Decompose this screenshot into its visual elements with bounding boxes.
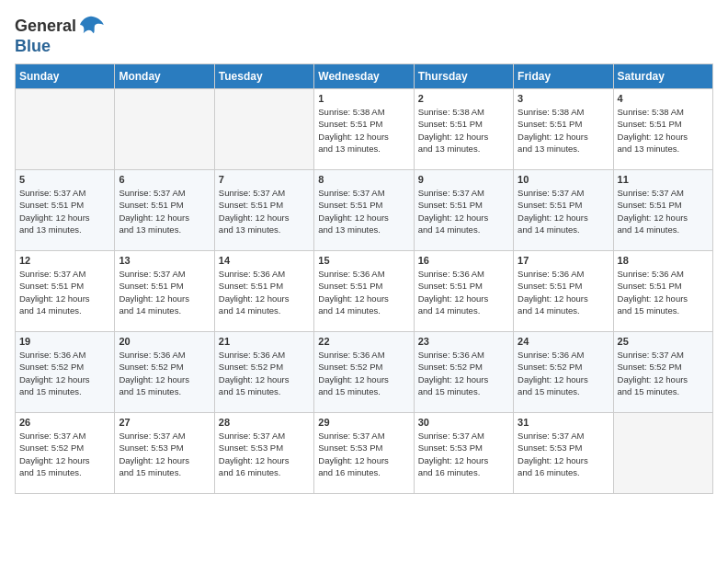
day-info: Sunrise: 5:37 AM Sunset: 5:53 PM Dayligh… <box>518 430 609 478</box>
day-number: 15 <box>318 255 409 266</box>
day-info: Sunrise: 5:36 AM Sunset: 5:52 PM Dayligh… <box>219 349 310 397</box>
day-info: Sunrise: 5:37 AM Sunset: 5:51 PM Dayligh… <box>19 268 110 316</box>
day-number: 21 <box>219 336 310 347</box>
calendar-week-row: 19Sunrise: 5:36 AM Sunset: 5:52 PM Dayli… <box>16 332 713 413</box>
calendar-cell: 7Sunrise: 5:37 AM Sunset: 5:51 PM Daylig… <box>214 170 313 251</box>
day-number: 11 <box>618 174 709 185</box>
day-number: 12 <box>19 255 110 266</box>
day-info: Sunrise: 5:38 AM Sunset: 5:51 PM Dayligh… <box>618 106 709 155</box>
day-info: Sunrise: 5:37 AM Sunset: 5:51 PM Dayligh… <box>19 187 110 236</box>
day-info: Sunrise: 5:38 AM Sunset: 5:51 PM Dayligh… <box>318 106 409 155</box>
weekday-header-row: SundayMondayTuesdayWednesdayThursdayFrid… <box>16 64 713 89</box>
logo-general: General <box>15 17 76 36</box>
day-info: Sunrise: 5:38 AM Sunset: 5:51 PM Dayligh… <box>518 106 609 155</box>
calendar-cell: 5Sunrise: 5:37 AM Sunset: 5:51 PM Daylig… <box>16 170 115 251</box>
day-info: Sunrise: 5:36 AM Sunset: 5:51 PM Dayligh… <box>318 268 409 316</box>
day-number: 9 <box>418 174 509 185</box>
logo: GeneralBlue <box>15 15 104 56</box>
calendar-table: SundayMondayTuesdayWednesdayThursdayFrid… <box>15 63 713 494</box>
day-number: 31 <box>518 417 609 428</box>
calendar-cell: 8Sunrise: 5:37 AM Sunset: 5:51 PM Daylig… <box>314 170 414 251</box>
day-info: Sunrise: 5:37 AM Sunset: 5:53 PM Dayligh… <box>418 430 509 478</box>
calendar-cell: 13Sunrise: 5:37 AM Sunset: 5:51 PM Dayli… <box>115 251 214 332</box>
weekday-header-tuesday: Tuesday <box>214 64 313 89</box>
day-info: Sunrise: 5:36 AM Sunset: 5:51 PM Dayligh… <box>418 268 509 316</box>
calendar-week-row: 5Sunrise: 5:37 AM Sunset: 5:51 PM Daylig… <box>16 170 713 251</box>
logo-bird-icon <box>78 15 104 37</box>
day-info: Sunrise: 5:36 AM Sunset: 5:51 PM Dayligh… <box>618 268 709 316</box>
weekday-header-wednesday: Wednesday <box>314 64 414 89</box>
day-number: 16 <box>418 255 509 266</box>
calendar-cell: 16Sunrise: 5:36 AM Sunset: 5:51 PM Dayli… <box>414 251 513 332</box>
calendar-cell: 29Sunrise: 5:37 AM Sunset: 5:53 PM Dayli… <box>314 413 414 494</box>
day-number: 17 <box>518 255 609 266</box>
day-info: Sunrise: 5:36 AM Sunset: 5:52 PM Dayligh… <box>418 349 509 397</box>
calendar-cell <box>115 89 214 170</box>
logo-blue: Blue <box>15 37 51 55</box>
day-number: 13 <box>119 255 210 266</box>
weekday-header-friday: Friday <box>514 64 613 89</box>
day-number: 25 <box>618 336 709 347</box>
day-info: Sunrise: 5:37 AM Sunset: 5:51 PM Dayligh… <box>618 187 709 236</box>
weekday-header-monday: Monday <box>115 64 214 89</box>
day-number: 27 <box>119 417 210 428</box>
day-info: Sunrise: 5:37 AM Sunset: 5:53 PM Dayligh… <box>318 430 409 478</box>
day-number: 7 <box>219 174 310 185</box>
day-info: Sunrise: 5:37 AM Sunset: 5:51 PM Dayligh… <box>119 187 210 236</box>
calendar-week-row: 12Sunrise: 5:37 AM Sunset: 5:51 PM Dayli… <box>16 251 713 332</box>
day-number: 10 <box>518 174 609 185</box>
page-header: GeneralBlue <box>15 15 713 56</box>
day-number: 8 <box>318 174 409 185</box>
day-info: Sunrise: 5:37 AM Sunset: 5:51 PM Dayligh… <box>418 187 509 236</box>
calendar-cell <box>16 89 115 170</box>
calendar-cell: 6Sunrise: 5:37 AM Sunset: 5:51 PM Daylig… <box>115 170 214 251</box>
day-info: Sunrise: 5:36 AM Sunset: 5:52 PM Dayligh… <box>318 349 409 397</box>
day-number: 3 <box>518 93 609 104</box>
day-number: 14 <box>219 255 310 266</box>
calendar-cell: 30Sunrise: 5:37 AM Sunset: 5:53 PM Dayli… <box>414 413 513 494</box>
day-number: 29 <box>318 417 409 428</box>
calendar-cell: 26Sunrise: 5:37 AM Sunset: 5:52 PM Dayli… <box>16 413 115 494</box>
calendar-cell: 19Sunrise: 5:36 AM Sunset: 5:52 PM Dayli… <box>16 332 115 413</box>
weekday-header-sunday: Sunday <box>16 64 115 89</box>
calendar-cell <box>613 413 712 494</box>
weekday-header-saturday: Saturday <box>613 64 712 89</box>
day-number: 28 <box>219 417 310 428</box>
day-info: Sunrise: 5:37 AM Sunset: 5:51 PM Dayligh… <box>518 187 609 236</box>
calendar-cell <box>214 89 313 170</box>
calendar-cell: 18Sunrise: 5:36 AM Sunset: 5:51 PM Dayli… <box>613 251 712 332</box>
calendar-cell: 24Sunrise: 5:36 AM Sunset: 5:52 PM Dayli… <box>514 332 613 413</box>
calendar-cell: 25Sunrise: 5:37 AM Sunset: 5:52 PM Dayli… <box>613 332 712 413</box>
day-number: 23 <box>418 336 509 347</box>
calendar-cell: 21Sunrise: 5:36 AM Sunset: 5:52 PM Dayli… <box>214 332 313 413</box>
day-number: 30 <box>418 417 509 428</box>
day-number: 5 <box>19 174 110 185</box>
calendar-cell: 28Sunrise: 5:37 AM Sunset: 5:53 PM Dayli… <box>214 413 313 494</box>
day-info: Sunrise: 5:37 AM Sunset: 5:53 PM Dayligh… <box>119 430 210 478</box>
calendar-cell: 11Sunrise: 5:37 AM Sunset: 5:51 PM Dayli… <box>613 170 712 251</box>
calendar-cell: 22Sunrise: 5:36 AM Sunset: 5:52 PM Dayli… <box>314 332 414 413</box>
calendar-cell: 14Sunrise: 5:36 AM Sunset: 5:51 PM Dayli… <box>214 251 313 332</box>
calendar-cell: 27Sunrise: 5:37 AM Sunset: 5:53 PM Dayli… <box>115 413 214 494</box>
calendar-cell: 1Sunrise: 5:38 AM Sunset: 5:51 PM Daylig… <box>314 89 414 170</box>
calendar-cell: 17Sunrise: 5:36 AM Sunset: 5:51 PM Dayli… <box>514 251 613 332</box>
day-number: 19 <box>19 336 110 347</box>
day-info: Sunrise: 5:36 AM Sunset: 5:51 PM Dayligh… <box>219 268 310 316</box>
calendar-cell: 10Sunrise: 5:37 AM Sunset: 5:51 PM Dayli… <box>514 170 613 251</box>
calendar-cell: 3Sunrise: 5:38 AM Sunset: 5:51 PM Daylig… <box>514 89 613 170</box>
day-number: 6 <box>119 174 210 185</box>
calendar-cell: 12Sunrise: 5:37 AM Sunset: 5:51 PM Dayli… <box>16 251 115 332</box>
day-info: Sunrise: 5:37 AM Sunset: 5:52 PM Dayligh… <box>618 349 709 397</box>
day-info: Sunrise: 5:37 AM Sunset: 5:52 PM Dayligh… <box>19 430 110 478</box>
calendar-week-row: 26Sunrise: 5:37 AM Sunset: 5:52 PM Dayli… <box>16 413 713 494</box>
day-info: Sunrise: 5:37 AM Sunset: 5:53 PM Dayligh… <box>219 430 310 478</box>
day-info: Sunrise: 5:36 AM Sunset: 5:52 PM Dayligh… <box>518 349 609 397</box>
day-info: Sunrise: 5:37 AM Sunset: 5:51 PM Dayligh… <box>119 268 210 316</box>
day-number: 20 <box>119 336 210 347</box>
day-info: Sunrise: 5:36 AM Sunset: 5:52 PM Dayligh… <box>19 349 110 397</box>
day-number: 18 <box>618 255 709 266</box>
day-info: Sunrise: 5:37 AM Sunset: 5:51 PM Dayligh… <box>318 187 409 236</box>
day-number: 24 <box>518 336 609 347</box>
day-info: Sunrise: 5:38 AM Sunset: 5:51 PM Dayligh… <box>418 106 509 155</box>
calendar-cell: 20Sunrise: 5:36 AM Sunset: 5:52 PM Dayli… <box>115 332 214 413</box>
